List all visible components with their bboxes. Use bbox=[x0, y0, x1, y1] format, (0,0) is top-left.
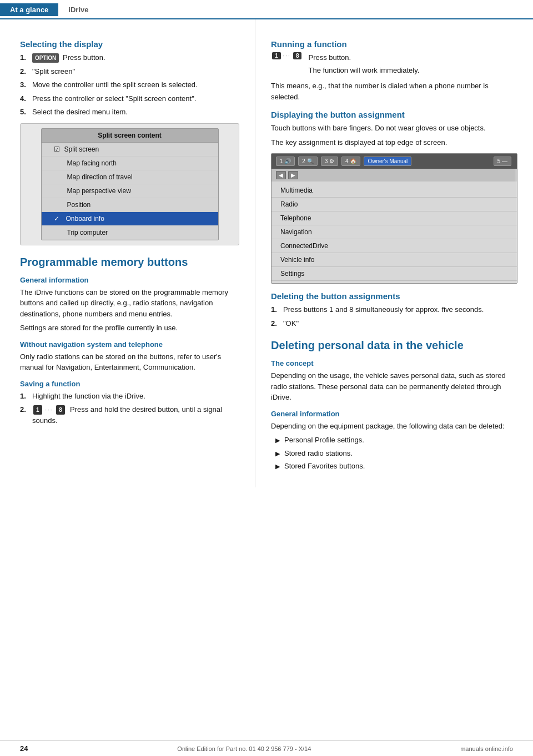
button-1-icon: 1 bbox=[272, 52, 281, 59]
list-item: 1. OPTION Press button. bbox=[20, 52, 239, 63]
step-content: "OK" bbox=[283, 318, 299, 329]
page-footer: 24 Online Edition for Part no. 01 40 2 9… bbox=[0, 740, 533, 756]
displaying-text2: The key assignment is displayed at top e… bbox=[271, 137, 517, 148]
list-item: 1. Press buttons 1 and 8 simultaneously … bbox=[271, 304, 517, 315]
owners-manual-topbar: 1 🔊 2 🔍 3 ⚙ 4 🏠 Owner's Manual 5 — bbox=[271, 154, 517, 169]
step-num: 2. bbox=[20, 66, 29, 77]
btn-3: 3 ⚙ bbox=[321, 157, 338, 166]
deleting-personal-data-title: Deleting personal data in the vehicle bbox=[271, 339, 517, 352]
list-item-vehicle-info: Vehicle info bbox=[271, 253, 517, 267]
list-item-multimedia: Multimedia bbox=[271, 184, 517, 198]
general-info-text: The iDrive functions can be stored on th… bbox=[20, 287, 239, 320]
step-content: Move the controller until the split scre… bbox=[32, 79, 198, 90]
without-nav-title: Without navigation system and telephone bbox=[20, 340, 239, 349]
general-info-items: ▶ Personal Profile settings. ▶ Stored ra… bbox=[275, 435, 517, 472]
step-content: "Split screen" bbox=[32, 66, 75, 77]
step-content: Press buttons 1 and 8 simultaneously for… bbox=[283, 304, 484, 315]
step-content: Highlight the function via the iDrive. bbox=[32, 391, 145, 402]
step-content: OPTION Press button. bbox=[32, 52, 105, 63]
dots-icon: ··· bbox=[45, 406, 53, 414]
menu-item-split-screen: ☑ Split screen bbox=[42, 143, 218, 157]
owners-manual-list: Multimedia Radio Telephone Navigation Co… bbox=[271, 182, 517, 283]
general-info-title-2: General information bbox=[271, 410, 517, 418]
owners-manual-nav: ◀ ▶ bbox=[271, 169, 515, 182]
main-content: Selecting the display 1. OPTION Press bu… bbox=[0, 19, 533, 487]
list-item: 2. "OK" bbox=[271, 318, 517, 329]
owners-manual-display: 1 🔊 2 🔍 3 ⚙ 4 🏠 Owner's Manual 5 — ◀ ▶ M… bbox=[271, 153, 517, 284]
running-function-note: This means, e.g., that the number is dia… bbox=[271, 80, 517, 102]
step-num: 2. bbox=[271, 318, 280, 329]
section-running-function: Running a function 1 ··· 8 Press button.… bbox=[271, 39, 517, 102]
menu-item-onboard: Onboard info bbox=[42, 212, 218, 226]
bullet-icon: ▶ bbox=[275, 449, 280, 459]
right-column: Running a function 1 ··· 8 Press button.… bbox=[255, 19, 533, 487]
page-number: 24 bbox=[20, 744, 28, 753]
concept-text: Depending on the usage, the vehicle save… bbox=[271, 370, 517, 403]
btn-5: 5 — bbox=[494, 157, 511, 166]
selecting-steps-list: 1. OPTION Press button. 2. "Split screen… bbox=[20, 52, 239, 118]
saving-function-title: Saving a function bbox=[20, 380, 239, 388]
tab-idrive[interactable]: iDrive bbox=[58, 3, 98, 16]
list-item-settings: Settings bbox=[271, 267, 517, 281]
selecting-display-title: Selecting the display bbox=[20, 39, 239, 49]
without-nav-text: Only radio stations can be stored on the… bbox=[20, 351, 239, 373]
saving-steps-list: 1. Highlight the function via the iDrive… bbox=[20, 391, 239, 426]
page-header: At a glance iDrive bbox=[0, 0, 533, 19]
step-num: 2. bbox=[20, 404, 29, 426]
watermark-text: manuals online.info bbox=[460, 745, 513, 752]
tab-at-a-glance[interactable]: At a glance bbox=[0, 3, 58, 16]
list-item: 2. 1 ··· 8 Press and hold the desired bu… bbox=[20, 404, 239, 426]
concept-title: The concept bbox=[271, 359, 517, 367]
section-displaying-assignment: Displaying the button assignment Touch b… bbox=[271, 110, 517, 284]
copyright-text: Online Edition for Part no. 01 40 2 956 … bbox=[177, 745, 311, 752]
deleting-assignments-title: Deleting the button assignments bbox=[271, 291, 517, 301]
list-item: 3. Move the controller until the split s… bbox=[20, 79, 239, 90]
deleting-assignment-steps: 1. Press buttons 1 and 8 simultaneously … bbox=[271, 304, 517, 329]
button-8-icon: 8 bbox=[293, 52, 302, 59]
list-item: 5. Select the desired menu item. bbox=[20, 107, 239, 118]
running-function-text: Press button. The function will work imm… bbox=[308, 52, 419, 77]
list-item-connecteddrive: ConnectedDrive bbox=[271, 239, 517, 253]
step-content: Select the desired menu item. bbox=[32, 107, 128, 118]
list-item: ▶ Stored radio stations. bbox=[275, 448, 517, 459]
menu-item-map-perspective: Map perspective view bbox=[42, 184, 218, 198]
menu-item-trip: Trip computer bbox=[42, 226, 218, 240]
button-8-icon: 8 bbox=[56, 405, 65, 415]
check-icon: ☑ bbox=[54, 145, 60, 153]
list-item-radio: Radio bbox=[271, 198, 517, 211]
bullet-icon: ▶ bbox=[275, 436, 280, 446]
list-item: ▶ Stored Favorites buttons. bbox=[275, 461, 517, 472]
step-content: 1 ··· 8 Press and hold the desired butto… bbox=[32, 404, 239, 426]
left-column: Selecting the display 1. OPTION Press bu… bbox=[0, 19, 255, 487]
next-arrow-icon[interactable]: ▶ bbox=[288, 171, 298, 179]
option-button-icon: OPTION bbox=[32, 53, 59, 63]
list-item: 4. Press the controller or select "Split… bbox=[20, 93, 239, 104]
dots-icon: ··· bbox=[283, 53, 291, 59]
bullet-icon: ▶ bbox=[275, 462, 280, 472]
step-num: 1. bbox=[20, 391, 29, 402]
step-num: 5. bbox=[20, 107, 29, 118]
split-screen-menu: Split screen content ☑ Split screen Map … bbox=[41, 128, 219, 240]
btn-2: 2 🔍 bbox=[298, 157, 317, 166]
general-info-title: General information bbox=[20, 276, 239, 284]
running-function-content: 1 ··· 8 Press button. The function will … bbox=[271, 52, 517, 77]
split-screen-screenshot: Split screen content ☑ Split screen Map … bbox=[20, 123, 239, 245]
running-function-title: Running a function bbox=[271, 39, 517, 49]
menu-item-map-north: Map facing north bbox=[42, 157, 218, 170]
btn-owners-manual: Owner's Manual bbox=[364, 157, 411, 166]
section-programmable-memory: Programmable memory buttons General info… bbox=[20, 255, 239, 426]
btn-4: 4 🏠 bbox=[341, 157, 360, 166]
list-item: 2. "Split screen" bbox=[20, 66, 239, 77]
menu-item-position: Position bbox=[42, 198, 218, 212]
displaying-text1: Touch buttons with bare fingers. Do not … bbox=[271, 123, 517, 134]
list-item-navigation: Navigation bbox=[271, 225, 517, 239]
section-deleting-personal-data: Deleting personal data in the vehicle Th… bbox=[271, 339, 517, 472]
prev-arrow-icon[interactable]: ◀ bbox=[276, 171, 286, 179]
displaying-assignment-title: Displaying the button assignment bbox=[271, 110, 517, 119]
split-menu-title: Split screen content bbox=[42, 129, 218, 143]
list-item: 1. Highlight the function via the iDrive… bbox=[20, 391, 239, 402]
programmable-memory-title: Programmable memory buttons bbox=[20, 255, 239, 269]
menu-item-map-direction: Map direction of travel bbox=[42, 170, 218, 184]
general-info-text2: Settings are stored for the profile curr… bbox=[20, 322, 239, 334]
step-num: 3. bbox=[20, 79, 29, 90]
